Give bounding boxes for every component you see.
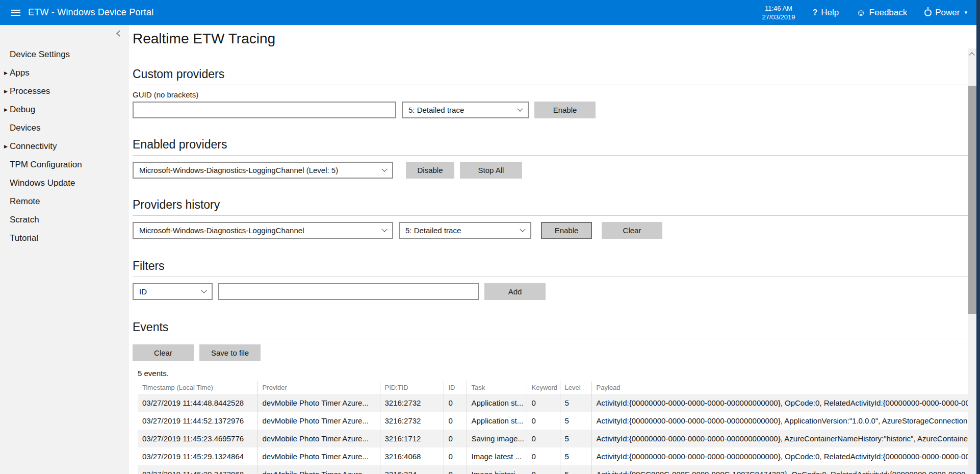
sidebar-collapse-icon[interactable]	[116, 30, 123, 37]
event-row[interactable]: 03/27/2019 11:44:48.8442528 devMobile Ph…	[138, 394, 968, 412]
sidebar-item-label: Debug	[10, 105, 35, 114]
guid-input[interactable]	[133, 102, 396, 118]
sidebar-item-scratch[interactable]: Scratch	[0, 211, 129, 229]
sidebar-item-tutorial[interactable]: Tutorial	[0, 229, 129, 247]
sidebar-item-label: Windows Update	[10, 178, 75, 188]
events-table: Timestamp (Local Time) Provider PID:TID …	[138, 381, 968, 474]
help-label: Help	[821, 8, 839, 18]
cell-task: Image histori...	[467, 465, 527, 474]
chevron-down-icon	[517, 106, 523, 111]
sidebar-item-device-settings[interactable]: Device Settings	[0, 45, 129, 64]
scroll-up-icon[interactable]	[969, 52, 974, 58]
cell-payload: ActivityId:{00000000-0000-0000-0000-0000…	[591, 447, 968, 465]
cell-provider: devMobile Photo Timer Azure...	[257, 394, 380, 412]
sidebar-item-tpm-configuration[interactable]: TPM Configuration	[0, 156, 129, 174]
cell-keyword: 0	[527, 394, 560, 412]
cell-keyword: 0	[527, 412, 560, 430]
page-title: Realtime ETW Tracing	[133, 30, 975, 48]
history-provider-select[interactable]: Microsoft-Windows-Diagnostics-LoggingCha…	[133, 222, 393, 239]
sidebar-item-devices[interactable]: Devices	[0, 119, 129, 137]
chevron-down-icon	[381, 226, 387, 232]
cell-pid-tid: 3216:324	[380, 465, 444, 474]
sidebar-item-label: Apps	[10, 68, 30, 78]
sidebar-item-apps[interactable]: ▶Apps	[0, 64, 129, 82]
chevron-down-icon	[520, 226, 525, 232]
cell-provider: devMobile Photo Timer Azure...	[257, 412, 380, 430]
history-provider-selected: Microsoft-Windows-Diagnostics-LoggingCha…	[139, 226, 382, 235]
custom-level-select[interactable]: 5: Detailed trace	[402, 102, 529, 118]
vertical-scrollbar[interactable]	[968, 48, 976, 474]
cell-task: Image latest ...	[467, 447, 527, 465]
stop-all-button[interactable]: Stop All	[460, 162, 522, 179]
section-divider	[133, 85, 975, 85]
disable-button[interactable]: Disable	[406, 162, 454, 179]
event-row[interactable]: 03/27/2019 11:45:23.4695776 devMobile Ph…	[138, 430, 968, 447]
event-row[interactable]: 03/27/2019 11:44:52.1372976 devMobile Ph…	[138, 412, 968, 430]
expand-arrow-icon[interactable]: ▶	[4, 137, 8, 156]
cell-timestamp: 03/27/2019 11:45:29.3473968	[138, 465, 257, 474]
events-table-header-row: Timestamp (Local Time) Provider PID:TID …	[138, 381, 968, 394]
cell-timestamp: 03/27/2019 11:45:23.4695776	[138, 430, 257, 447]
cell-task: Application st...	[467, 394, 527, 412]
power-icon	[924, 9, 932, 16]
history-clear-button[interactable]: Clear	[602, 222, 662, 239]
cell-keyword: 0	[527, 447, 560, 465]
col-header-provider[interactable]: Provider	[257, 381, 380, 394]
custom-providers-heading: Custom providers	[133, 66, 975, 82]
top-bar: ETW - Windows Device Portal 11:46 AM 27/…	[0, 0, 976, 25]
expand-arrow-icon[interactable]: ▶	[4, 64, 8, 82]
providers-history-heading: Providers history	[133, 197, 975, 212]
events-heading: Events	[133, 319, 975, 335]
cell-id: 0	[444, 394, 467, 412]
history-level-select[interactable]: 5: Detailed trace	[399, 222, 531, 239]
col-header-timestamp[interactable]: Timestamp (Local Time)	[138, 381, 257, 394]
cell-task: Application st...	[467, 412, 527, 430]
sidebar-item-debug[interactable]: ▶Debug	[0, 101, 129, 119]
help-button[interactable]: ? Help	[812, 8, 839, 18]
event-row[interactable]: 03/27/2019 11:45:29.1324864 devMobile Ph…	[138, 447, 968, 465]
col-header-payload[interactable]: Payload	[591, 381, 968, 394]
expand-arrow-icon[interactable]: ▶	[4, 101, 8, 119]
history-enable-button[interactable]: Enable	[541, 222, 592, 239]
col-header-pid-tid[interactable]: PID:TID	[380, 381, 444, 394]
expand-arrow-icon[interactable]: ▶	[4, 82, 8, 101]
cell-id: 0	[444, 430, 467, 447]
hamburger-menu-icon[interactable]	[11, 10, 20, 16]
power-menu-button[interactable]: Power ▾	[924, 8, 967, 18]
col-header-level[interactable]: Level	[560, 381, 591, 394]
cell-provider: devMobile Photo Timer Azure...	[257, 430, 380, 447]
sidebar-item-label: Devices	[10, 123, 40, 133]
clock-time: 11:46 AM	[762, 4, 795, 13]
col-header-task[interactable]: Task	[467, 381, 527, 394]
events-count: 5 events.	[138, 369, 975, 378]
app-title: ETW - Windows Device Portal	[28, 7, 153, 18]
event-row[interactable]: 03/27/2019 11:45:29.3473968 devMobile Ph…	[138, 465, 968, 474]
section-divider	[133, 277, 975, 277]
section-divider	[133, 215, 975, 216]
col-header-keyword[interactable]: Keyword	[527, 381, 560, 394]
filter-value-input[interactable]	[218, 283, 479, 300]
scrollbar-thumb[interactable]	[968, 86, 976, 314]
clock: 11:46 AM 27/03/2019	[762, 4, 795, 21]
col-header-id[interactable]: ID	[444, 381, 467, 394]
sidebar-item-processes[interactable]: ▶Processes	[0, 82, 129, 101]
filter-type-select[interactable]: ID	[133, 283, 213, 300]
custom-enable-button[interactable]: Enable	[534, 102, 596, 118]
save-to-file-button[interactable]: Save to file	[199, 344, 261, 361]
sidebar-item-connectivity[interactable]: ▶Connectivity	[0, 137, 129, 156]
cell-pid-tid: 3216:1712	[380, 430, 444, 447]
sidebar-item-remote[interactable]: Remote	[0, 192, 129, 211]
sidebar-item-label: Scratch	[10, 215, 39, 224]
feedback-button[interactable]: ☺ Feedback	[856, 8, 907, 18]
cell-id: 0	[444, 447, 467, 465]
custom-level-selected: 5: Detailed trace	[408, 106, 518, 114]
events-clear-button[interactable]: Clear	[133, 344, 194, 361]
guid-label: GUID (no brackets)	[133, 90, 975, 99]
cell-payload: ActivityId:{00CC000C-000F-0000-900C-1007…	[591, 465, 968, 474]
cell-keyword: 0	[527, 430, 560, 447]
filter-type-selected: ID	[139, 287, 202, 296]
chevron-down-icon	[381, 166, 387, 171]
filter-add-button[interactable]: Add	[484, 283, 546, 300]
sidebar-item-windows-update[interactable]: Windows Update	[0, 174, 129, 192]
enabled-provider-select[interactable]: Microsoft-Windows-Diagnostics-LoggingCha…	[133, 162, 393, 179]
